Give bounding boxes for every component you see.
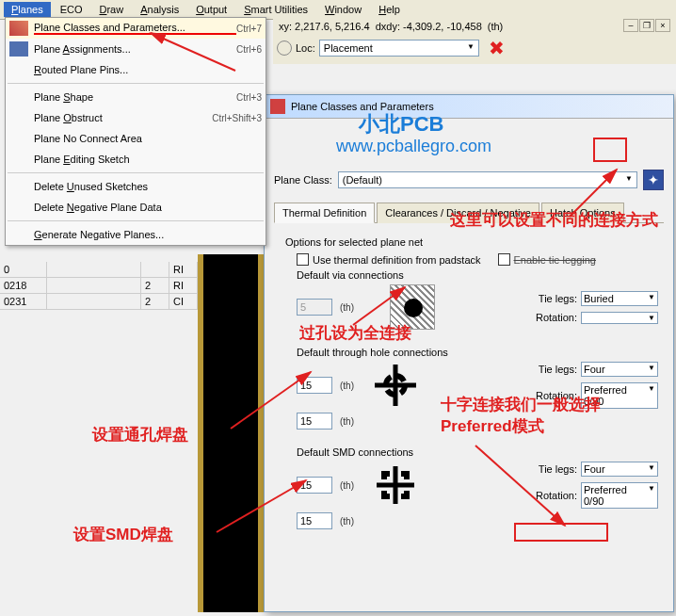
plane-classes-dialog: Plane Classes and Parameters 小北PCB www.p… (264, 94, 674, 612)
chk-thermal-label: Use thermal definition from padstack (313, 254, 481, 266)
canvas-strip (198, 254, 264, 612)
via-width-input[interactable] (297, 299, 332, 316)
menu-item-plane-classes[interactable]: Plane Classes and Parameters... Ctrl+7 (6, 18, 266, 39)
tab-hatch[interactable]: Hatch Options (541, 203, 624, 223)
menu-item-del-unused[interactable]: Delete Unused Sketches (6, 176, 266, 197)
th-preview (373, 363, 418, 408)
menu-draw[interactable]: Draw (91, 2, 131, 17)
th-width1-input[interactable] (297, 377, 332, 394)
menu-smart[interactable]: Smart Utilities (236, 2, 315, 17)
xy-readout: xy: 2,217.6, 5,216.4 (279, 21, 370, 32)
chk-enable-tie[interactable] (498, 253, 510, 266)
menu-window[interactable]: Window (317, 2, 369, 17)
dxdy-readout: dxdy: -4,309.2, -10,458 (376, 21, 482, 32)
smd-tielegs-select[interactable]: Four▼ (581, 462, 658, 477)
restore-button[interactable]: ❐ (639, 19, 654, 32)
menu-item-no-connect[interactable]: Plane No Connect Area (6, 128, 266, 149)
via-title: Default via connections (297, 269, 658, 281)
loc-select[interactable]: Placement▼ (319, 40, 479, 57)
dialog-titlebar[interactable]: Plane Classes and Parameters (265, 95, 673, 119)
minimize-button[interactable]: – (623, 19, 638, 32)
tab-thermal[interactable]: Thermal Definition (274, 203, 375, 223)
menu-planes[interactable]: Planes (4, 2, 51, 17)
smd-width1-input[interactable] (297, 477, 332, 494)
tab-bar: Thermal Definition Clearances / Discard … (274, 202, 664, 223)
options-label: Options for selected plane net (285, 236, 658, 248)
data-grid: 0 RI 0218 2 RI 0231 2 CI (0, 262, 198, 310)
target-icon (277, 41, 292, 56)
th-title: Default through hole connections (297, 347, 658, 358)
table-row[interactable]: 0 RI (0, 262, 198, 278)
watermark-brand: 小北PCB (359, 110, 443, 138)
watermark-url: www.pcballegro.com (336, 137, 491, 156)
via-tielegs-select[interactable]: Buried▼ (581, 291, 658, 306)
via-preview (390, 284, 435, 330)
menu-item-editing-sketch[interactable]: Plane Editing Sketch (6, 149, 266, 170)
chk-thermal-padstack[interactable] (297, 253, 309, 266)
smd-title: Default SMD connections (297, 446, 658, 458)
annotation-5: 设置SMD焊盘 (73, 524, 173, 545)
separator (8, 220, 264, 221)
plane-class-select[interactable]: (Default)▼ (338, 171, 637, 188)
loc-label: Loc: (296, 42, 315, 54)
menu-output[interactable]: Output (188, 2, 234, 17)
close-button[interactable]: × (655, 19, 670, 32)
smd-preview (373, 462, 418, 508)
smd-rotation-select[interactable]: Preferred 0/90▼ (581, 482, 658, 509)
menu-item-plane-obstruct[interactable]: Plane Obstruct Ctrl+Shift+3 (6, 107, 266, 128)
separator (8, 83, 264, 84)
menu-eco[interactable]: ECO (53, 2, 90, 17)
menu-item-plane-assignments[interactable]: Plane Assignments... Ctrl+6 (6, 39, 266, 59)
dialog-icon (270, 99, 285, 114)
th-width2-input[interactable] (297, 413, 332, 430)
planes-dropdown: Plane Classes and Parameters... Ctrl+7 P… (5, 17, 266, 246)
menu-item-plane-shape[interactable]: Plane Shape Ctrl+3 (6, 87, 266, 107)
menu-help[interactable]: Help (371, 2, 408, 17)
toolbar: xy: 2,217.6, 5,216.4 dxdy: -4,309.2, -10… (273, 17, 676, 64)
grid-icon (9, 21, 28, 36)
smd-width2-input[interactable] (297, 512, 332, 529)
th-tielegs-select[interactable]: Four▼ (581, 362, 658, 377)
separator (8, 172, 264, 173)
tab-clearances[interactable]: Clearances / Discard / Negative (377, 203, 539, 223)
annotation-3: 设置通孔焊盘 (92, 424, 188, 446)
unit-label: (th) (488, 21, 504, 32)
stars-button[interactable]: ✦ (643, 170, 664, 190)
assign-icon (9, 41, 28, 57)
menu-analysis[interactable]: Analysis (133, 2, 186, 17)
red-x-icon[interactable]: ✖ (489, 37, 505, 59)
plane-class-label: Plane Class: (274, 174, 332, 186)
via-rotation-select[interactable]: ▼ (581, 312, 658, 324)
table-row[interactable]: 0218 2 RI (0, 278, 198, 294)
menu-item-gen-negative[interactable]: Generate Negative Planes... (6, 224, 266, 245)
table-row[interactable]: 0231 2 CI (0, 294, 198, 310)
menu-item-del-negative[interactable]: Delete Negative Plane Data (6, 197, 266, 218)
menu-item-routed-pins[interactable]: Routed Plane Pins... (6, 59, 266, 80)
th-rotation-select[interactable]: Preferred 0/90▼ (581, 382, 658, 409)
chk-enable-label: Enable tie legging (514, 254, 596, 266)
